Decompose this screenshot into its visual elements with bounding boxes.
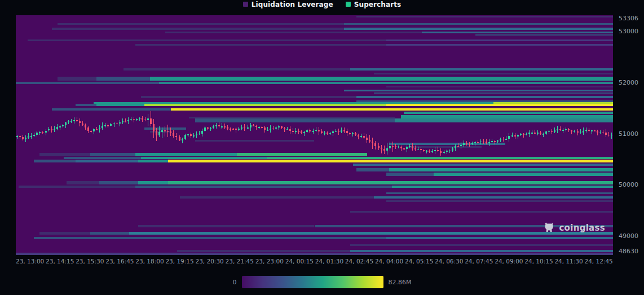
time-axis-label: 24, 02:45 — [345, 258, 373, 265]
time-axis-label: 24, 04:00 — [375, 258, 403, 265]
time-axis-label: 23, 15:30 — [76, 258, 104, 265]
time-axis-label: 23, 20:30 — [195, 258, 223, 265]
time-axis-label: 23, 16:45 — [105, 258, 134, 265]
legend-item-supercharts[interactable]: Supercharts — [346, 1, 401, 8]
time-axis-label: 24, 05:15 — [405, 258, 433, 265]
colorbar: 0 82.86M — [0, 275, 644, 289]
time-axis-label: 24, 06:30 — [435, 258, 463, 265]
price-axis-label: 53306 — [619, 15, 638, 22]
time-axis: 23, 13:0023, 14:1523, 15:3023, 16:4523, … — [16, 257, 613, 265]
legend: Liquidation Leverage Supercharts — [0, 0, 644, 8]
candlestick-overlay — [16, 15, 613, 255]
time-axis-label: 24, 10:15 — [524, 258, 553, 265]
price-axis-label: 49000 — [619, 232, 638, 240]
time-axis-label: 24, 12:45 — [584, 258, 612, 265]
colorbar-min-label: 0 — [233, 279, 237, 286]
colorbar-max-label: 82.86M — [389, 279, 412, 286]
time-axis-label: 23, 23:00 — [255, 258, 284, 265]
time-axis-label: 23, 21:45 — [226, 258, 254, 265]
price-axis-label: 52000 — [619, 78, 638, 86]
time-axis-label: 23, 13:00 — [16, 258, 44, 265]
time-axis-label: 23, 19:15 — [165, 258, 193, 265]
supercharts-swatch-icon — [346, 2, 351, 7]
time-axis-label: 24, 09:00 — [495, 258, 523, 265]
time-axis-label: 24, 00:15 — [285, 258, 314, 265]
price-axis-label: 51000 — [619, 130, 638, 137]
liquidation-leverage-swatch-icon — [243, 2, 248, 7]
time-axis-label: 23, 18:00 — [135, 258, 164, 265]
time-axis-label: 24, 01:30 — [315, 258, 343, 265]
price-axis: 53306530005200051000500004900048630 — [619, 15, 644, 255]
colorbar-gradient — [242, 276, 383, 288]
liquidation-heatmap-chart[interactable]: coinglass — [16, 15, 613, 255]
liquidation-heatmap-page: Liquidation Leverage Supercharts coingla… — [0, 0, 644, 295]
price-axis-label: 50000 — [619, 181, 638, 188]
time-axis-label: 23, 14:15 — [46, 258, 74, 265]
price-axis-label: 53000 — [619, 27, 638, 34]
legend-item-liquidation-leverage[interactable]: Liquidation Leverage — [243, 1, 333, 8]
legend-label: Supercharts — [354, 1, 401, 8]
time-axis-label: 24, 07:45 — [465, 258, 493, 265]
time-axis-label: 24, 11:30 — [554, 258, 583, 265]
price-axis-label: 48630 — [619, 248, 638, 255]
legend-label: Liquidation Leverage — [252, 1, 333, 8]
